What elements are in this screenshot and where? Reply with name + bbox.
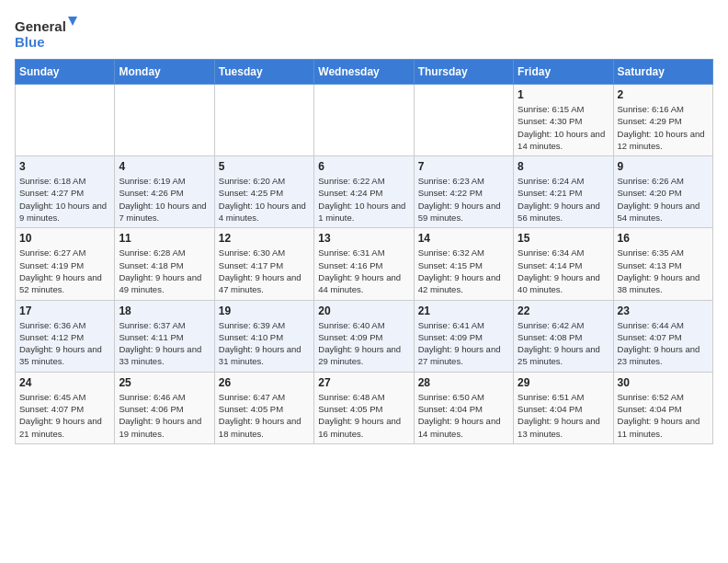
day-cell: 26Sunrise: 6:47 AMSunset: 4:05 PMDayligh… bbox=[214, 372, 313, 443]
day-cell: 11Sunrise: 6:28 AMSunset: 4:18 PMDayligh… bbox=[115, 228, 214, 300]
day-number: 27 bbox=[318, 376, 409, 389]
day-info: Sunrise: 6:36 AMSunset: 4:12 PMDaylight:… bbox=[19, 319, 110, 368]
day-info: Sunrise: 6:20 AMSunset: 4:25 PMDaylight:… bbox=[219, 175, 310, 224]
day-cell: 2Sunrise: 6:16 AMSunset: 4:29 PMDaylight… bbox=[613, 85, 712, 156]
day-number: 29 bbox=[518, 376, 609, 389]
day-info: Sunrise: 6:52 AMSunset: 4:04 PMDaylight:… bbox=[618, 391, 709, 440]
logo-svg: GeneralBlue bbox=[15, 15, 88, 52]
day-number: 17 bbox=[19, 304, 110, 317]
day-info: Sunrise: 6:50 AMSunset: 4:04 PMDaylight:… bbox=[418, 391, 509, 440]
day-cell: 20Sunrise: 6:40 AMSunset: 4:09 PMDayligh… bbox=[314, 300, 414, 372]
day-number: 11 bbox=[119, 232, 210, 245]
day-info: Sunrise: 6:40 AMSunset: 4:09 PMDaylight:… bbox=[318, 319, 409, 368]
day-cell: 21Sunrise: 6:41 AMSunset: 4:09 PMDayligh… bbox=[414, 300, 513, 372]
day-cell: 22Sunrise: 6:42 AMSunset: 4:08 PMDayligh… bbox=[514, 300, 613, 372]
header-thursday: Thursday bbox=[414, 60, 513, 85]
day-info: Sunrise: 6:51 AMSunset: 4:04 PMDaylight:… bbox=[518, 391, 609, 440]
day-cell: 15Sunrise: 6:34 AMSunset: 4:14 PMDayligh… bbox=[514, 228, 613, 300]
header-monday: Monday bbox=[115, 60, 214, 85]
day-number: 1 bbox=[518, 88, 609, 101]
week-row-5: 24Sunrise: 6:45 AMSunset: 4:07 PMDayligh… bbox=[16, 372, 713, 443]
day-info: Sunrise: 6:16 AMSunset: 4:29 PMDaylight:… bbox=[618, 103, 709, 152]
day-info: Sunrise: 6:48 AMSunset: 4:05 PMDaylight:… bbox=[318, 391, 409, 440]
calendar: SundayMondayTuesdayWednesdayThursdayFrid… bbox=[15, 59, 713, 444]
day-number: 24 bbox=[19, 376, 110, 389]
day-number: 9 bbox=[618, 160, 709, 173]
day-info: Sunrise: 6:44 AMSunset: 4:07 PMDaylight:… bbox=[618, 319, 709, 368]
day-cell: 3Sunrise: 6:18 AMSunset: 4:27 PMDaylight… bbox=[16, 156, 115, 228]
day-number: 10 bbox=[19, 232, 110, 245]
day-cell: 28Sunrise: 6:50 AMSunset: 4:04 PMDayligh… bbox=[414, 372, 513, 443]
day-number: 18 bbox=[119, 304, 210, 317]
header-friday: Friday bbox=[514, 60, 613, 85]
day-info: Sunrise: 6:26 AMSunset: 4:20 PMDaylight:… bbox=[618, 175, 709, 224]
svg-text:Blue: Blue bbox=[15, 34, 45, 50]
day-number: 20 bbox=[318, 304, 409, 317]
day-cell: 29Sunrise: 6:51 AMSunset: 4:04 PMDayligh… bbox=[514, 372, 613, 443]
day-number: 7 bbox=[418, 160, 509, 173]
day-info: Sunrise: 6:45 AMSunset: 4:07 PMDaylight:… bbox=[19, 391, 110, 440]
calendar-header: SundayMondayTuesdayWednesdayThursdayFrid… bbox=[16, 60, 713, 85]
header-sunday: Sunday bbox=[16, 60, 115, 85]
day-cell: 24Sunrise: 6:45 AMSunset: 4:07 PMDayligh… bbox=[16, 372, 115, 443]
day-cell: 18Sunrise: 6:37 AMSunset: 4:11 PMDayligh… bbox=[115, 300, 214, 372]
day-cell: 12Sunrise: 6:30 AMSunset: 4:17 PMDayligh… bbox=[214, 228, 313, 300]
day-number: 15 bbox=[518, 232, 609, 245]
svg-text:General: General bbox=[15, 18, 66, 34]
week-row-2: 3Sunrise: 6:18 AMSunset: 4:27 PMDaylight… bbox=[16, 156, 713, 228]
day-number: 6 bbox=[318, 160, 409, 173]
day-info: Sunrise: 6:19 AMSunset: 4:26 PMDaylight:… bbox=[119, 175, 210, 224]
day-info: Sunrise: 6:41 AMSunset: 4:09 PMDaylight:… bbox=[418, 319, 509, 368]
day-info: Sunrise: 6:32 AMSunset: 4:15 PMDaylight:… bbox=[418, 247, 509, 295]
day-number: 3 bbox=[19, 160, 110, 173]
day-info: Sunrise: 6:23 AMSunset: 4:22 PMDaylight:… bbox=[418, 175, 509, 224]
day-info: Sunrise: 6:37 AMSunset: 4:11 PMDaylight:… bbox=[119, 319, 210, 368]
day-number: 22 bbox=[518, 304, 609, 317]
day-number: 30 bbox=[618, 376, 709, 389]
day-info: Sunrise: 6:31 AMSunset: 4:16 PMDaylight:… bbox=[318, 247, 409, 295]
header-wednesday: Wednesday bbox=[314, 60, 414, 85]
day-cell: 17Sunrise: 6:36 AMSunset: 4:12 PMDayligh… bbox=[16, 300, 115, 372]
day-cell: 25Sunrise: 6:46 AMSunset: 4:06 PMDayligh… bbox=[115, 372, 214, 443]
day-cell: 13Sunrise: 6:31 AMSunset: 4:16 PMDayligh… bbox=[314, 228, 414, 300]
logo: GeneralBlue bbox=[15, 15, 88, 52]
day-info: Sunrise: 6:42 AMSunset: 4:08 PMDaylight:… bbox=[518, 319, 609, 368]
day-info: Sunrise: 6:27 AMSunset: 4:19 PMDaylight:… bbox=[19, 247, 110, 295]
day-cell bbox=[414, 85, 513, 156]
week-row-1: 1Sunrise: 6:15 AMSunset: 4:30 PMDaylight… bbox=[16, 85, 713, 156]
day-cell: 16Sunrise: 6:35 AMSunset: 4:13 PMDayligh… bbox=[613, 228, 712, 300]
day-cell: 6Sunrise: 6:22 AMSunset: 4:24 PMDaylight… bbox=[314, 156, 414, 228]
day-number: 25 bbox=[119, 376, 210, 389]
day-number: 19 bbox=[219, 304, 310, 317]
day-cell bbox=[314, 85, 414, 156]
day-info: Sunrise: 6:15 AMSunset: 4:30 PMDaylight:… bbox=[518, 103, 609, 152]
day-number: 2 bbox=[618, 88, 709, 101]
calendar-body: 1Sunrise: 6:15 AMSunset: 4:30 PMDaylight… bbox=[16, 85, 713, 444]
day-info: Sunrise: 6:35 AMSunset: 4:13 PMDaylight:… bbox=[618, 247, 709, 295]
day-cell: 30Sunrise: 6:52 AMSunset: 4:04 PMDayligh… bbox=[613, 372, 712, 443]
day-info: Sunrise: 6:46 AMSunset: 4:06 PMDaylight:… bbox=[119, 391, 210, 440]
day-cell: 9Sunrise: 6:26 AMSunset: 4:20 PMDaylight… bbox=[613, 156, 712, 228]
day-number: 14 bbox=[418, 232, 509, 245]
day-info: Sunrise: 6:47 AMSunset: 4:05 PMDaylight:… bbox=[219, 391, 310, 440]
day-info: Sunrise: 6:28 AMSunset: 4:18 PMDaylight:… bbox=[119, 247, 210, 295]
day-info: Sunrise: 6:34 AMSunset: 4:14 PMDaylight:… bbox=[518, 247, 609, 295]
day-cell: 4Sunrise: 6:19 AMSunset: 4:26 PMDaylight… bbox=[115, 156, 214, 228]
day-info: Sunrise: 6:22 AMSunset: 4:24 PMDaylight:… bbox=[318, 175, 409, 224]
day-cell bbox=[214, 85, 313, 156]
day-cell: 5Sunrise: 6:20 AMSunset: 4:25 PMDaylight… bbox=[214, 156, 313, 228]
svg-marker-2 bbox=[68, 17, 77, 26]
page-header: GeneralBlue bbox=[15, 15, 713, 52]
header-saturday: Saturday bbox=[613, 60, 712, 85]
header-tuesday: Tuesday bbox=[214, 60, 313, 85]
week-row-4: 17Sunrise: 6:36 AMSunset: 4:12 PMDayligh… bbox=[16, 300, 713, 372]
day-cell: 23Sunrise: 6:44 AMSunset: 4:07 PMDayligh… bbox=[613, 300, 712, 372]
day-number: 8 bbox=[518, 160, 609, 173]
day-number: 28 bbox=[418, 376, 509, 389]
header-row: SundayMondayTuesdayWednesdayThursdayFrid… bbox=[16, 60, 713, 85]
day-number: 21 bbox=[418, 304, 509, 317]
day-cell: 27Sunrise: 6:48 AMSunset: 4:05 PMDayligh… bbox=[314, 372, 414, 443]
day-info: Sunrise: 6:24 AMSunset: 4:21 PMDaylight:… bbox=[518, 175, 609, 224]
day-number: 5 bbox=[219, 160, 310, 173]
day-cell bbox=[115, 85, 214, 156]
